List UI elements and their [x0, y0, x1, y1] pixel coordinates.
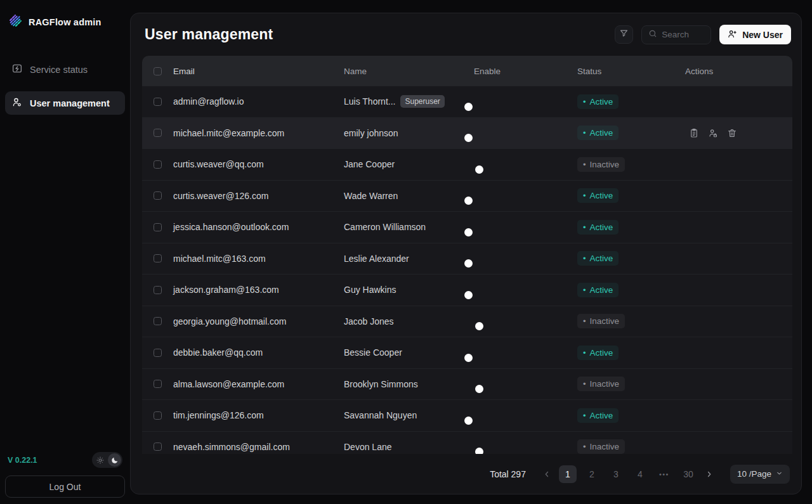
row-checkbox[interactable]	[154, 286, 162, 294]
row-checkbox[interactable]	[154, 191, 162, 200]
theme-toggle[interactable]	[92, 452, 122, 468]
column-header-status: Status	[577, 67, 685, 76]
status-badge: •Inactive	[577, 157, 625, 172]
pagination-bar: Total 297 1234•••30 10 /Page	[142, 454, 792, 494]
status-badge: •Active	[577, 408, 619, 423]
status-badge: •Active	[577, 251, 619, 266]
user-name: emily johnson	[344, 128, 474, 138]
user-management-icon	[11, 96, 23, 110]
sidebar-nav: Service status User management	[5, 58, 125, 115]
search-input[interactable]	[662, 30, 704, 39]
clipboard-icon[interactable]	[689, 128, 699, 138]
brand-title: RAGFlow admin	[29, 17, 102, 27]
previous-page-chevron-icon[interactable]	[539, 465, 555, 483]
status-badge: •Inactive	[577, 377, 625, 391]
user-name: Jacob Jones	[344, 316, 474, 326]
user-email: jessica.hanson@outlook.com	[167, 222, 344, 232]
status-badge: •Active	[577, 283, 619, 297]
table-row[interactable]: jessica.hanson@outlook.comCameron Willia…	[142, 212, 792, 243]
status-badge: •Active	[577, 346, 619, 360]
user-name: Cameron Williamson	[344, 222, 474, 232]
sidebar-item-user-management[interactable]: User management	[5, 91, 125, 115]
total-count-label: Total 297	[490, 469, 526, 479]
select-all-checkbox[interactable]	[154, 67, 162, 75]
table-row[interactable]: michael.mitc@example.comemily johnson•Ac…	[142, 118, 792, 150]
user-name: Wade Warren	[344, 191, 474, 201]
table-row[interactable]: admin@ragflow.ioLuis Thornt...Superuser•…	[142, 86, 792, 118]
row-checkbox[interactable]	[154, 254, 162, 262]
table-row[interactable]: nevaeh.simmons@gmail.comDevon Lane•Inact…	[142, 432, 792, 455]
table-row[interactable]: jackson.graham@163.comGuy Hawkins•Active	[142, 275, 792, 306]
row-checkbox[interactable]	[154, 160, 162, 169]
page-button-3[interactable]: 3	[607, 465, 625, 483]
user-name: Brooklyn Simmons	[344, 379, 474, 389]
sidebar-item-label: User management	[30, 98, 110, 108]
table-row[interactable]: michael.mitc@163.comLeslie Alexander•Act…	[142, 243, 792, 275]
trash-icon[interactable]	[727, 128, 737, 138]
user-email: nevaeh.simmons@gmail.com	[167, 442, 344, 452]
page-button-2[interactable]: 2	[583, 465, 601, 483]
version-label: V 0.22.1	[8, 456, 37, 465]
row-checkbox[interactable]	[154, 443, 162, 451]
user-email: alma.lawson@example.com	[167, 379, 344, 389]
new-user-button[interactable]: New User	[719, 25, 791, 44]
row-checkbox[interactable]	[154, 98, 162, 106]
sidebar-item-service-status[interactable]: Service status	[5, 58, 125, 81]
user-name: Luis Thornt...Superuser	[344, 95, 474, 108]
user-name: Leslie Alexander	[344, 254, 474, 264]
superuser-badge: Superuser	[400, 95, 444, 108]
user-lock-icon[interactable]	[708, 128, 718, 138]
table-header-row: Email Name Enable Status Actions	[142, 56, 792, 86]
dark-theme-moon-icon[interactable]	[108, 453, 121, 467]
table-row[interactable]: debbie.baker@qq.comBessie Cooper•Active	[142, 337, 792, 369]
filter-button[interactable]	[615, 25, 633, 44]
table-row[interactable]: tim.jennings@126.comSavannah Nguyen•Acti…	[142, 400, 792, 432]
status-badge: •Inactive	[577, 314, 625, 328]
row-checkbox[interactable]	[154, 380, 162, 388]
page-size-select[interactable]: 10 /Page	[730, 465, 790, 484]
light-theme-sun-icon[interactable]	[93, 453, 107, 467]
search-box[interactable]	[641, 25, 711, 44]
column-header-actions: Actions	[685, 67, 792, 76]
logout-button[interactable]: Log Out	[5, 475, 125, 498]
page-ellipsis: •••	[655, 465, 673, 483]
table-row[interactable]: curtis.weaver@126.comWade Warren•Active	[142, 181, 792, 212]
new-user-label: New User	[742, 30, 783, 40]
status-badge: •Active	[577, 220, 619, 235]
brand: RAGFlow admin	[5, 9, 125, 35]
page-size-label: 10 /Page	[737, 469, 771, 479]
page-button-1[interactable]: 1	[559, 465, 577, 483]
page-button-4[interactable]: 4	[631, 465, 649, 483]
page-button-30[interactable]: 30	[679, 465, 697, 483]
chevron-down-icon	[776, 469, 783, 479]
user-name: Devon Lane	[344, 442, 474, 452]
table-row[interactable]: alma.lawson@example.comBrooklyn Simmons•…	[142, 369, 792, 401]
sidebar: RAGFlow admin Service status User manage…	[0, 0, 130, 504]
row-checkbox[interactable]	[154, 317, 162, 325]
table-row[interactable]: curtis.weaver@qq.comJane Cooper•Inactive	[142, 149, 792, 181]
column-header-name: Name	[344, 67, 474, 76]
user-name: Bessie Cooper	[344, 347, 474, 358]
user-table: Email Name Enable Status Actions admin@r…	[142, 56, 792, 454]
column-header-enable: Enable	[474, 67, 577, 76]
user-name: Jane Cooper	[344, 159, 474, 169]
row-checkbox[interactable]	[154, 411, 162, 420]
ragflow-logo-icon	[9, 14, 22, 30]
next-page-chevron-icon[interactable]	[701, 465, 717, 483]
row-checkbox[interactable]	[154, 349, 162, 357]
row-checkbox[interactable]	[154, 223, 162, 231]
user-table-body: admin@ragflow.ioLuis Thornt...Superuser•…	[142, 86, 792, 454]
row-checkbox[interactable]	[154, 129, 162, 137]
user-email: michael.mitc@163.com	[167, 254, 344, 264]
user-name: Guy Hawkins	[344, 285, 474, 295]
row-actions	[685, 128, 792, 138]
user-email: georgia.young@hotmail.com	[167, 316, 344, 326]
user-email: jackson.graham@163.com	[167, 285, 344, 295]
status-badge: •Active	[577, 126, 619, 140]
table-row[interactable]: georgia.young@hotmail.comJacob Jones•Ina…	[142, 306, 792, 338]
panel-header: User management	[142, 22, 792, 56]
user-email: admin@ragflow.io	[167, 96, 344, 107]
status-badge: •Inactive	[577, 439, 625, 454]
sidebar-item-label: Service status	[30, 65, 88, 75]
user-email: michael.mitc@example.com	[167, 128, 344, 138]
